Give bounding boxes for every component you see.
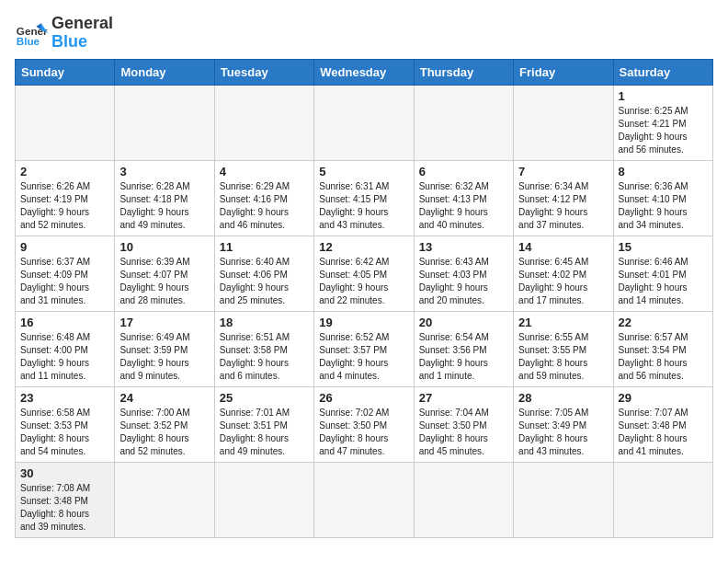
day-cell: 27Sunrise: 7:04 AM Sunset: 3:50 PM Dayli…: [414, 386, 513, 462]
day-cell: 16Sunrise: 6:48 AM Sunset: 4:00 PM Dayli…: [16, 311, 115, 386]
day-info: Sunrise: 7:02 AM Sunset: 3:50 PM Dayligh…: [319, 407, 408, 458]
day-cell: [214, 85, 313, 160]
day-cell: [613, 462, 712, 537]
day-info: Sunrise: 7:07 AM Sunset: 3:48 PM Dayligh…: [619, 407, 708, 458]
day-cell: [514, 85, 613, 160]
day-cell: 13Sunrise: 6:43 AM Sunset: 4:03 PM Dayli…: [414, 236, 513, 311]
weekday-tuesday: Tuesday: [214, 59, 313, 85]
day-number: 28: [518, 391, 608, 405]
logo: General Blue General Blue: [15, 15, 113, 52]
day-number: 3: [119, 165, 209, 178]
day-number: 5: [319, 165, 408, 178]
day-cell: 18Sunrise: 6:51 AM Sunset: 3:58 PM Dayli…: [214, 311, 313, 386]
week-row-2: 2Sunrise: 6:26 AM Sunset: 4:19 PM Daylig…: [16, 160, 713, 236]
day-cell: [414, 85, 513, 160]
day-cell: [414, 462, 513, 537]
day-cell: 15Sunrise: 6:46 AM Sunset: 4:01 PM Dayli…: [613, 236, 712, 311]
day-info: Sunrise: 6:40 AM Sunset: 4:06 PM Dayligh…: [220, 256, 309, 307]
day-info: Sunrise: 6:57 AM Sunset: 3:54 PM Dayligh…: [619, 331, 708, 383]
day-number: 21: [518, 316, 608, 329]
day-number: 22: [619, 316, 708, 329]
day-number: 15: [619, 240, 708, 254]
day-cell: 22Sunrise: 6:57 AM Sunset: 3:54 PM Dayli…: [613, 311, 712, 386]
day-info: Sunrise: 6:52 AM Sunset: 3:57 PM Dayligh…: [319, 331, 408, 383]
weekday-monday: Monday: [115, 59, 214, 85]
week-row-1: 1Sunrise: 6:25 AM Sunset: 4:21 PM Daylig…: [16, 85, 713, 160]
day-cell: [214, 462, 313, 537]
day-cell: 20Sunrise: 6:54 AM Sunset: 3:56 PM Dayli…: [414, 311, 513, 386]
day-number: 9: [20, 240, 109, 254]
day-info: Sunrise: 6:46 AM Sunset: 4:01 PM Dayligh…: [619, 256, 708, 307]
day-cell: 1Sunrise: 6:25 AM Sunset: 4:21 PM Daylig…: [613, 85, 712, 160]
week-row-4: 16Sunrise: 6:48 AM Sunset: 4:00 PM Dayli…: [16, 311, 713, 386]
day-number: 14: [518, 240, 608, 254]
day-info: Sunrise: 6:37 AM Sunset: 4:09 PM Dayligh…: [20, 256, 109, 307]
day-info: Sunrise: 6:51 AM Sunset: 3:58 PM Dayligh…: [220, 331, 309, 383]
day-number: 13: [419, 240, 508, 254]
day-cell: 7Sunrise: 6:34 AM Sunset: 4:12 PM Daylig…: [514, 160, 613, 236]
day-number: 24: [119, 391, 209, 405]
day-number: 12: [319, 240, 408, 254]
day-info: Sunrise: 6:31 AM Sunset: 4:15 PM Dayligh…: [319, 180, 408, 232]
day-info: Sunrise: 6:32 AM Sunset: 4:13 PM Dayligh…: [419, 180, 508, 232]
day-info: Sunrise: 6:43 AM Sunset: 4:03 PM Dayligh…: [419, 256, 508, 307]
day-cell: 30Sunrise: 7:08 AM Sunset: 3:48 PM Dayli…: [16, 462, 115, 537]
day-number: 17: [119, 316, 209, 329]
day-number: 29: [619, 391, 708, 405]
day-cell: 25Sunrise: 7:01 AM Sunset: 3:51 PM Dayli…: [214, 386, 313, 462]
logo-general: General: [51, 15, 113, 33]
day-cell: 11Sunrise: 6:40 AM Sunset: 4:06 PM Dayli…: [214, 236, 313, 311]
day-number: 2: [20, 165, 109, 178]
day-cell: 8Sunrise: 6:36 AM Sunset: 4:10 PM Daylig…: [613, 160, 712, 236]
weekday-sunday: Sunday: [16, 59, 115, 85]
day-info: Sunrise: 6:45 AM Sunset: 4:02 PM Dayligh…: [518, 256, 608, 307]
day-cell: 29Sunrise: 7:07 AM Sunset: 3:48 PM Dayli…: [613, 386, 712, 462]
day-info: Sunrise: 7:00 AM Sunset: 3:52 PM Dayligh…: [119, 407, 209, 458]
day-cell: 24Sunrise: 7:00 AM Sunset: 3:52 PM Dayli…: [115, 386, 214, 462]
day-info: Sunrise: 6:54 AM Sunset: 3:56 PM Dayligh…: [419, 331, 508, 383]
day-number: 6: [419, 165, 508, 178]
day-info: Sunrise: 7:04 AM Sunset: 3:50 PM Dayligh…: [419, 407, 508, 458]
day-cell: 23Sunrise: 6:58 AM Sunset: 3:53 PM Dayli…: [16, 386, 115, 462]
calendar-table: SundayMondayTuesdayWednesdayThursdayFrid…: [15, 59, 713, 538]
day-cell: 10Sunrise: 6:39 AM Sunset: 4:07 PM Dayli…: [115, 236, 214, 311]
day-number: 4: [220, 165, 309, 178]
day-number: 19: [319, 316, 408, 329]
day-info: Sunrise: 7:01 AM Sunset: 3:51 PM Dayligh…: [220, 407, 309, 458]
day-number: 18: [220, 316, 309, 329]
calendar-body: 1Sunrise: 6:25 AM Sunset: 4:21 PM Daylig…: [16, 85, 713, 537]
day-cell: 28Sunrise: 7:05 AM Sunset: 3:49 PM Dayli…: [514, 386, 613, 462]
day-number: 10: [119, 240, 209, 254]
day-number: 16: [20, 316, 109, 329]
week-row-5: 23Sunrise: 6:58 AM Sunset: 3:53 PM Dayli…: [16, 386, 713, 462]
day-cell: [314, 85, 414, 160]
day-number: 26: [319, 391, 408, 405]
day-number: 20: [419, 316, 508, 329]
day-number: 11: [220, 240, 309, 254]
day-cell: 19Sunrise: 6:52 AM Sunset: 3:57 PM Dayli…: [314, 311, 414, 386]
day-number: 30: [20, 466, 109, 480]
day-info: Sunrise: 6:42 AM Sunset: 4:05 PM Dayligh…: [319, 256, 408, 307]
day-cell: 17Sunrise: 6:49 AM Sunset: 3:59 PM Dayli…: [115, 311, 214, 386]
day-cell: 9Sunrise: 6:37 AM Sunset: 4:09 PM Daylig…: [16, 236, 115, 311]
week-row-3: 9Sunrise: 6:37 AM Sunset: 4:09 PM Daylig…: [16, 236, 713, 311]
day-info: Sunrise: 6:29 AM Sunset: 4:16 PM Dayligh…: [220, 180, 309, 232]
day-number: 23: [20, 391, 109, 405]
day-cell: [514, 462, 613, 537]
day-cell: 14Sunrise: 6:45 AM Sunset: 4:02 PM Dayli…: [514, 236, 613, 311]
day-number: 1: [619, 89, 708, 103]
weekday-saturday: Saturday: [613, 59, 712, 85]
day-info: Sunrise: 6:34 AM Sunset: 4:12 PM Dayligh…: [518, 180, 608, 232]
day-number: 27: [419, 391, 508, 405]
page-header: General Blue General Blue: [15, 15, 713, 52]
day-cell: [16, 85, 115, 160]
day-cell: 4Sunrise: 6:29 AM Sunset: 4:16 PM Daylig…: [214, 160, 313, 236]
day-info: Sunrise: 6:28 AM Sunset: 4:18 PM Dayligh…: [119, 180, 209, 232]
day-cell: 5Sunrise: 6:31 AM Sunset: 4:15 PM Daylig…: [314, 160, 414, 236]
day-number: 7: [518, 165, 608, 178]
day-number: 8: [619, 165, 708, 178]
day-cell: 6Sunrise: 6:32 AM Sunset: 4:13 PM Daylig…: [414, 160, 513, 236]
day-info: Sunrise: 6:49 AM Sunset: 3:59 PM Dayligh…: [119, 331, 209, 383]
day-cell: [314, 462, 414, 537]
day-info: Sunrise: 6:55 AM Sunset: 3:55 PM Dayligh…: [518, 331, 608, 383]
